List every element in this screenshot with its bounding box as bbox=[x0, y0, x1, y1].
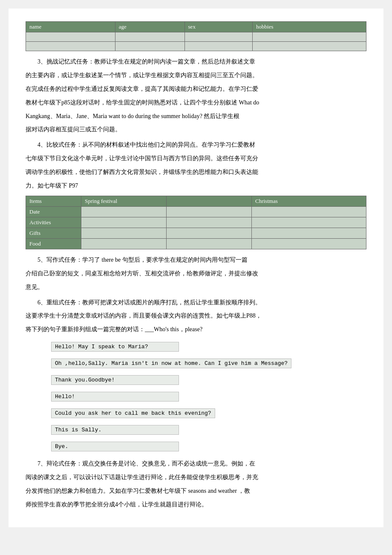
dialogue-item: Hello! May I speak to Maria? bbox=[34, 339, 366, 354]
table-row bbox=[26, 42, 366, 51]
christmas-activities bbox=[252, 217, 366, 228]
paragraph-5: 5、写作式任务：学习了 there be 句型后，要求学生在规定的时间内用句型写… bbox=[26, 254, 366, 293]
para5-line1: 5、写作式任务：学习了 there be 句型后，要求学生在规定的时间内用句型写… bbox=[26, 254, 366, 266]
label-date: Date bbox=[26, 206, 81, 217]
para7-line3: 分发挥他们的想象力和创造力。又如在学习仁爱教材七年级下 seasons and … bbox=[26, 486, 366, 497]
compare-row-activities: Activities bbox=[26, 217, 366, 228]
cell bbox=[115, 32, 184, 42]
cell bbox=[26, 32, 115, 42]
mid-activities bbox=[167, 217, 252, 228]
para3-line1: 3、挑战记忆式任务：教师让学生在规定的时间内读一篇文章，然后总结并叙述文章 bbox=[26, 56, 366, 67]
spring-date bbox=[81, 206, 167, 217]
para7-line1: 7、辩论式任务：观点交换任务是讨论、交换意见，而不必达成统一意见。例如，在 bbox=[26, 458, 366, 469]
mid-food bbox=[167, 238, 252, 249]
dialogue-item: This is Sally. bbox=[34, 422, 366, 437]
paragraph-6: 6、重组式任务：教师可把课文对话或图片的顺序打乱，然后让学生重新按顺序排列。 这… bbox=[26, 297, 366, 335]
para3-line3: 在完成任务的过程中学生通过反复阅读文章，提高了其阅读能力和记忆能力。在学习仁爱 bbox=[26, 84, 366, 95]
col-items: Items bbox=[26, 196, 81, 206]
dialogue-text-4: Could you ask her to call me back this e… bbox=[51, 408, 215, 418]
col-hobbies: hobbies bbox=[253, 22, 366, 32]
spring-activities bbox=[81, 217, 167, 228]
para3-line6: 据对话内容相互提问三或五个问题。 bbox=[26, 124, 366, 135]
para5-line3: 意见。 bbox=[26, 282, 366, 293]
dialogue-text-3: Hello! bbox=[51, 392, 179, 402]
dialogue-item: Oh ,hello,Sally. Maria isn't in now at h… bbox=[34, 356, 366, 371]
dialogue-item: Thank you.Goodbye! bbox=[34, 373, 366, 387]
cell bbox=[115, 42, 184, 51]
dialogue-block: Hello! May I speak to Maria? Oh ,hello,S… bbox=[26, 339, 366, 454]
dialogue-text-0: Hello! May I speak to Maria? bbox=[51, 342, 179, 352]
dialogue-text-5: This is Sally. bbox=[51, 425, 179, 435]
label-activities: Activities bbox=[26, 217, 81, 228]
mid-date bbox=[167, 206, 252, 217]
col-sex: sex bbox=[184, 22, 253, 32]
cell bbox=[253, 32, 366, 42]
comparison-table: Items Spring festival Christmas Date Act… bbox=[26, 196, 366, 249]
para3-line2: 的主要内容，或让学生叙述某一个情节，或让学生根据文章内容互相提问三至五个问题。 bbox=[26, 70, 366, 81]
para6-line3: 将下列的句子重新排列组成一篇完整的对话：___Who's this，please… bbox=[26, 324, 366, 335]
para6-line1: 6、重组式任务：教师可把课文对话或图片的顺序打乱，然后让学生重新按顺序排列。 bbox=[26, 297, 366, 308]
personal-table: name age sex hobbies bbox=[26, 21, 366, 51]
para6-line2: 这要求学生十分清楚文章或对话的内容，而且要领会课文内容的连贯性。如七年级上P88… bbox=[26, 310, 366, 321]
para4-line2: 七年级下节日文化这个单元时，让学生讨论中国节日与西方节日的异同。这些任务可充分 bbox=[26, 153, 366, 164]
page: name age sex hobbies 3、挑战记忆式任务：教师让学生在规定的… bbox=[9, 9, 383, 527]
christmas-food bbox=[252, 238, 366, 249]
para7-line4: 师按照学生喜欢的季节把全班分成4个小组，让学生就题目进行辩论。 bbox=[26, 499, 366, 510]
para5-line2: 介绍自己卧室的短文，同桌互相念给对方听、互相交流评价，给教师做评定，并提出修改 bbox=[26, 268, 366, 279]
table-row bbox=[26, 32, 366, 42]
dialogue-text-6: Bye. bbox=[51, 442, 179, 451]
christmas-date bbox=[252, 206, 366, 217]
mid-gifts bbox=[167, 228, 252, 238]
col-age: age bbox=[115, 22, 184, 32]
para3-line5: Kangkang、Maria、Jane、Maria want to do dur… bbox=[26, 111, 366, 122]
para4-line1: 4、比较式任务：从不同的材料叙述中找出他们之间的异同点。在学习学习仁爱教材 bbox=[26, 139, 366, 150]
dialogue-item: Bye. bbox=[34, 439, 366, 454]
paragraph-4: 4、比较式任务：从不同的材料叙述中找出他们之间的异同点。在学习学习仁爱教材 七年… bbox=[26, 139, 366, 191]
compare-row-date: Date bbox=[26, 206, 366, 217]
spring-gifts bbox=[81, 228, 167, 238]
compare-header-row: Items Spring festival Christmas bbox=[26, 196, 366, 206]
dialogue-item: Could you ask her to call me back this e… bbox=[34, 406, 366, 421]
col-name: name bbox=[26, 22, 115, 32]
para3-line4: 教材七年级下p85这段对话时，给学生固定的时间熟悉对话，让四个学生分别叙述 Wh… bbox=[26, 97, 366, 108]
col-spring: Spring festival bbox=[81, 196, 167, 206]
personal-table-header: name age sex hobbies bbox=[26, 22, 366, 32]
para4-line3: 调动学生的积极性，使他们了解西方文化背景知识，并锻练学生的思维能力和口头表达能 bbox=[26, 167, 366, 178]
para4-line4: 力。如七年级下 P97 bbox=[26, 180, 366, 191]
dialogue-text-2: Thank you.Goodbye! bbox=[51, 375, 179, 385]
col-christmas: Christmas bbox=[252, 196, 366, 206]
col-empty bbox=[167, 196, 252, 206]
paragraph-7: 7、辩论式任务：观点交换任务是讨论、交换意见，而不必达成统一意见。例如，在 阅读… bbox=[26, 458, 366, 510]
spring-food bbox=[81, 238, 167, 249]
paragraph-3: 3、挑战记忆式任务：教师让学生在规定的时间内读一篇文章，然后总结并叙述文章 的主… bbox=[26, 56, 366, 135]
dialogue-text-1: Oh ,hello,Sally. Maria isn't in now at h… bbox=[51, 358, 291, 368]
compare-row-food: Food bbox=[26, 238, 366, 249]
cell bbox=[26, 42, 115, 51]
christmas-gifts bbox=[252, 228, 366, 238]
compare-row-gifts: Gifts bbox=[26, 228, 366, 238]
label-food: Food bbox=[26, 238, 81, 249]
para7-line2: 阅读的课文之后，可以设计以下话题让学生进行辩论，此任务能促使学生积极思考，并充 bbox=[26, 472, 366, 483]
cell bbox=[184, 32, 253, 42]
label-gifts: Gifts bbox=[26, 228, 81, 238]
cell bbox=[253, 42, 366, 51]
cell bbox=[184, 42, 253, 51]
dialogue-item: Hello! bbox=[34, 389, 366, 404]
